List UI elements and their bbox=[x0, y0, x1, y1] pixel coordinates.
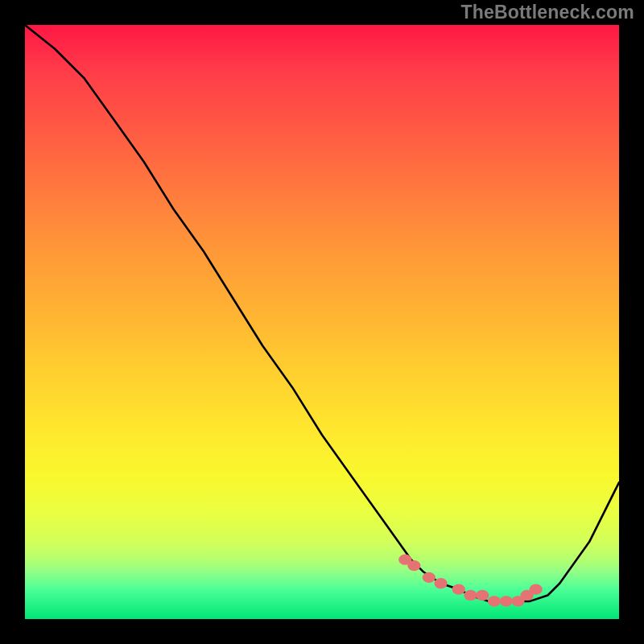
curve-marker bbox=[464, 590, 477, 601]
curve-marker bbox=[423, 572, 436, 583]
bottleneck-curve bbox=[25, 25, 619, 601]
figure-container: TheBottleneck.com bbox=[0, 0, 644, 644]
watermark-text: TheBottleneck.com bbox=[460, 2, 634, 23]
curve-marker bbox=[434, 578, 447, 588]
curve-marker bbox=[530, 584, 543, 594]
plot-area bbox=[25, 25, 619, 619]
curve-marker bbox=[452, 584, 465, 594]
curve-marker bbox=[407, 560, 420, 571]
curve-marker bbox=[476, 590, 489, 601]
curve-marker bbox=[500, 596, 513, 606]
curve-marker bbox=[488, 596, 501, 606]
curve-svg bbox=[25, 25, 619, 619]
marker-group bbox=[398, 555, 543, 607]
